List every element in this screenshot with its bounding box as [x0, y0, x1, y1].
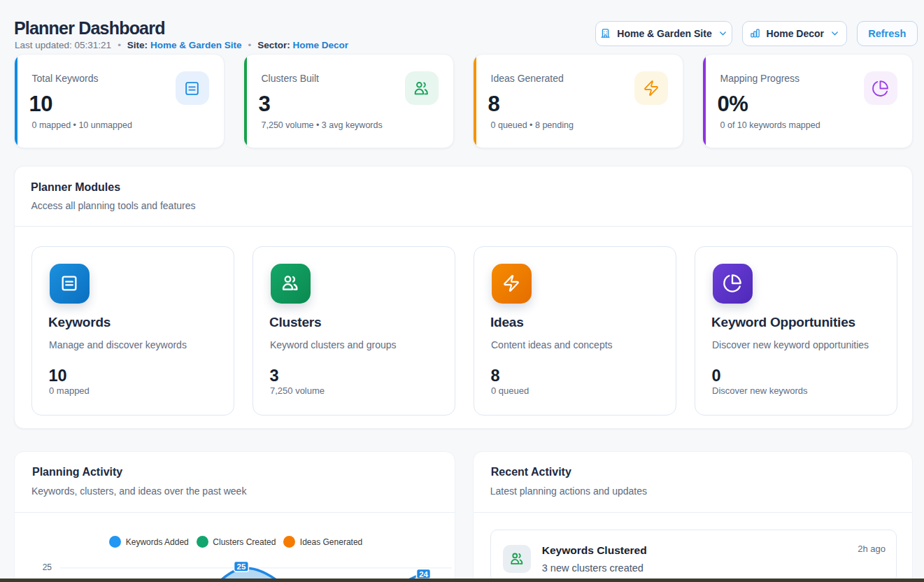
- svg-text:25: 25: [43, 562, 52, 572]
- svg-text:25: 25: [237, 562, 246, 571]
- svg-text:24: 24: [419, 570, 428, 579]
